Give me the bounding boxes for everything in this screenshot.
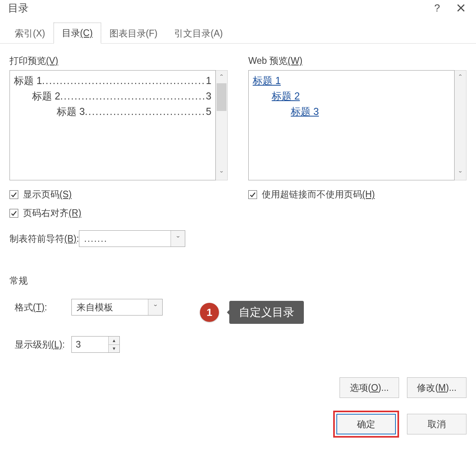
levels-spinner[interactable]: 3 ▲ ▼ — [71, 336, 120, 353]
tab-label: 索引 — [15, 28, 33, 38]
chevron-down-icon[interactable]: ˅ — [148, 299, 162, 315]
print-preview-label: 打印预览(V) — [10, 55, 228, 67]
tab-leader-accel: (B) — [64, 233, 77, 244]
print-preview-label-text: 打印预览 — [10, 55, 46, 66]
tab-leader-label-text: 制表符前导符 — [10, 233, 64, 244]
scrollbar[interactable]: ˄ ˅ — [216, 70, 228, 180]
checkbox-accel: (H) — [362, 189, 375, 200]
toc-line-title: 标题 1 — [14, 73, 42, 88]
annotation-callout: 1 自定义目录 — [200, 301, 304, 324]
tab-leader-value: ....... — [79, 231, 171, 247]
footer-row: 确定 取消 — [0, 411, 476, 438]
button-label: 选项(O)... — [350, 382, 389, 394]
button-label: 修改(M)... — [417, 382, 457, 394]
scrollbar[interactable]: ˄ ˅ — [455, 70, 466, 180]
checkbox-show-page-numbers[interactable]: 显示页码(S) — [10, 188, 228, 201]
web-preview-label: Web 预览(W) — [248, 55, 466, 67]
cancel-button[interactable]: 取消 — [407, 414, 466, 434]
ok-button[interactable]: 确定 — [336, 414, 396, 434]
web-preview-accel: (W) — [288, 55, 302, 66]
scroll-down-icon[interactable]: ˅ — [216, 167, 227, 180]
web-preview-box: 标题 1 标题 2 标题 3 — [248, 70, 455, 180]
spinner-down-icon[interactable]: ▼ — [109, 344, 119, 353]
tab-figures[interactable]: 图表目录(F) — [101, 23, 166, 44]
web-link[interactable]: 标题 3 — [291, 106, 319, 117]
options-button[interactable]: 选项(O)... — [340, 377, 399, 398]
web-preview-column: Web 预览(W) 标题 1 标题 2 标题 3 ˄ ˅ 使用超链接而不使用页码… — [248, 55, 466, 247]
scrollbar-track[interactable] — [455, 83, 466, 167]
annotation-badge: 1 — [200, 303, 219, 322]
close-icon — [457, 4, 465, 12]
toc-line: 标题 2 ...................................… — [14, 88, 211, 104]
scrollbar-track[interactable] — [216, 83, 227, 167]
checkbox-accel: (R) — [69, 208, 81, 218]
tab-leader-row: 制表符前导符(B): ....... ˅ — [10, 230, 228, 247]
tab-accel: (A) — [211, 28, 223, 38]
tab-leader-combobox[interactable]: ....... ˅ — [79, 230, 185, 247]
toc-dots: ........................................… — [42, 73, 205, 88]
checkbox-icon — [10, 190, 18, 199]
tab-toc[interactable]: 目录(C) — [54, 23, 101, 44]
button-label: 取消 — [428, 418, 446, 430]
print-preview-accel: (V) — [46, 55, 58, 66]
general-format-row: 格式(T): 来自模板 ˅ 1 自定义目录 — [10, 299, 466, 326]
tab-label: 目录 — [62, 28, 80, 38]
tabstrip: 索引(X) 目录(C) 图表目录(F) 引文目录(A) — [0, 24, 476, 44]
toc-line-title: 标题 3 — [57, 104, 85, 119]
print-preview-wrap: 标题 1 ...................................… — [10, 70, 228, 180]
levels-accel: (L) — [51, 339, 62, 350]
scrollbar-thumb[interactable] — [217, 83, 226, 111]
checkbox-icon — [10, 209, 18, 218]
previews-row: 打印预览(V) 标题 1 ...........................… — [10, 55, 466, 247]
checkbox-accel: (S) — [60, 189, 72, 200]
levels-row: 显示级别(L): 3 ▲ ▼ — [10, 336, 466, 353]
toc-line-page: 5 — [205, 104, 211, 119]
levels-value[interactable]: 3 — [72, 337, 108, 352]
print-preview-box: 标题 1 ...................................… — [10, 70, 216, 180]
levels-label-text: 显示级别 — [15, 339, 51, 350]
format-value: 来自模板 — [72, 299, 148, 315]
checkbox-label: 使用超链接而不使用页码 — [262, 188, 362, 201]
tab-accel: (C) — [80, 28, 93, 38]
checkbox-icon — [248, 190, 257, 199]
checkbox-right-align[interactable]: 页码右对齐(R) — [10, 207, 228, 219]
help-icon: ? — [434, 2, 440, 14]
print-preview-column: 打印预览(V) 标题 1 ...........................… — [10, 55, 228, 247]
chevron-down-icon[interactable]: ˅ — [171, 231, 185, 247]
web-link[interactable]: 标题 1 — [253, 75, 281, 86]
web-link[interactable]: 标题 2 — [272, 90, 300, 101]
toc-line: 标题 1 ...................................… — [14, 73, 211, 88]
toc-line: 标题 3 ...................................… — [14, 104, 211, 119]
tab-accel: (X) — [33, 28, 45, 38]
tab-accel: (F) — [146, 28, 157, 38]
button-label: 确定 — [357, 418, 375, 430]
format-label: 格式(T): — [10, 301, 71, 314]
tab-authorities[interactable]: 引文目录(A) — [166, 23, 231, 44]
spinner-up-icon[interactable]: ▲ — [109, 337, 119, 344]
tab-label: 图表目录 — [109, 28, 146, 38]
dialog-title: 目录 — [8, 1, 29, 15]
tab-label: 引文目录 — [174, 28, 211, 38]
tab-leader-label: 制表符前导符(B): — [10, 233, 79, 245]
checkbox-label: 显示页码 — [23, 188, 60, 201]
format-accel: (T) — [33, 302, 44, 312]
scroll-up-icon[interactable]: ˄ — [216, 71, 227, 83]
toc-line-title: 标题 2 — [32, 88, 60, 104]
levels-label: 显示级别(L): — [10, 339, 71, 351]
spinner-buttons: ▲ ▼ — [108, 337, 119, 352]
help-button[interactable]: ? — [426, 0, 448, 16]
modify-button[interactable]: 修改(M)... — [407, 377, 466, 398]
general-section: 常规 格式(T): 来自模板 ˅ 1 自定义目录 显示级别(L): — [10, 275, 466, 353]
close-button[interactable] — [450, 0, 472, 16]
general-title: 常规 — [10, 275, 466, 287]
toc-dots: ........................................… — [85, 104, 205, 119]
checkbox-label: 页码右对齐 — [23, 207, 69, 219]
scroll-down-icon[interactable]: ˅ — [455, 167, 466, 180]
annotation-text: 自定义目录 — [229, 301, 304, 324]
ok-highlight: 确定 — [333, 411, 399, 438]
titlebar: 目录 ? — [0, 0, 476, 24]
tab-index[interactable]: 索引(X) — [6, 23, 54, 44]
scroll-up-icon[interactable]: ˄ — [455, 71, 466, 83]
checkbox-use-hyperlinks[interactable]: 使用超链接而不使用页码(H) — [248, 188, 466, 201]
format-combobox[interactable]: 来自模板 ˅ — [71, 299, 163, 316]
